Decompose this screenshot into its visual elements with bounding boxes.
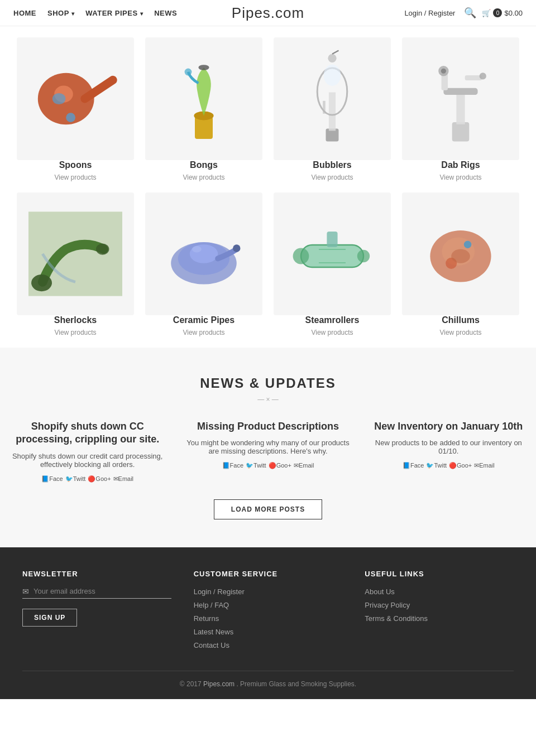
facebook-share-1[interactable]: 📘Face <box>41 475 63 483</box>
bubblers-name: Bubblers <box>274 160 391 170</box>
useful-links-list: About Us Privacy Policy Terms & Conditio… <box>365 587 514 623</box>
signup-button[interactable]: SIGN UP <box>22 609 77 627</box>
news-title: NEWS & UPDATES <box>6 375 530 391</box>
email-input[interactable] <box>34 587 171 595</box>
ul-privacy-link[interactable]: Privacy Policy <box>365 601 410 609</box>
product-card-sherlocks: Sherlocks View products <box>17 192 134 336</box>
google-share-2[interactable]: 🔴Goo+ <box>269 462 291 469</box>
dab-rigs-name: Dab Rigs <box>402 160 519 170</box>
nav-login-register[interactable]: Login / Register <box>404 9 455 17</box>
ceramic-image[interactable] <box>145 192 262 315</box>
site-logo[interactable]: Pipes.com <box>232 4 304 22</box>
svg-point-2 <box>52 93 66 104</box>
nav-water-pipes[interactable]: WATER PIPES ▾ <box>85 9 143 17</box>
list-item: Help / FAQ <box>194 600 343 609</box>
copyright-text: . Premium Glass and Smoking Supplies. <box>236 680 356 688</box>
dab-rigs-view-link[interactable]: View products <box>439 174 481 181</box>
bubblers-view-link[interactable]: View products <box>311 174 353 181</box>
nav-icons: 🔍 🛒 0 $0.00 <box>464 7 523 19</box>
svg-point-11 <box>324 65 341 86</box>
news-article-2-excerpt: You might be wondering why many of our p… <box>186 439 350 455</box>
spoons-name: Spoons <box>17 160 134 170</box>
sherlocks-view-link[interactable]: View products <box>54 329 96 336</box>
cart-badge: 0 <box>493 8 502 17</box>
news-article-1-social: 📘Face 🐦Twitt 🔴Goo+ ✉Email <box>6 475 169 483</box>
bongs-image[interactable] <box>145 37 262 160</box>
footer-useful-links: USEFUL LINKS About Us Privacy Policy Ter… <box>365 570 514 654</box>
news-article-3-social: 📘Face 🐦Twitt 🔴Goo+ ✉Email <box>367 462 530 469</box>
bongs-view-link[interactable]: View products <box>183 174 224 181</box>
svg-line-13 <box>332 51 338 54</box>
cart-button[interactable]: 🛒 0 $0.00 <box>482 8 523 17</box>
sherlocks-image[interactable] <box>17 192 134 315</box>
product-card-ceramic: Ceramic Pipes View products <box>145 192 262 336</box>
news-article-1: Shopify shuts down CC processing, crippl… <box>6 420 169 483</box>
footer-newsletter: NEWSLETTER ✉ SIGN UP <box>22 570 171 654</box>
google-share-3[interactable]: 🔴Goo+ <box>449 462 472 469</box>
svg-point-22 <box>480 73 486 79</box>
spoons-view-link[interactable]: View products <box>54 174 96 181</box>
steamrollers-image[interactable] <box>274 192 391 315</box>
main-content: Spoons View products Bongs View products <box>0 26 536 348</box>
bubblers-image[interactable] <box>274 37 391 160</box>
load-more-wrap: LOAD MORE POSTS <box>6 499 530 519</box>
chillums-name: Chillums <box>402 315 519 325</box>
news-article-2-social: 📘Face 🐦Twitt 🔴Goo+ ✉Email <box>186 462 350 469</box>
product-card-dab-rigs: Dab Rigs View products <box>402 37 519 181</box>
search-icon[interactable]: 🔍 <box>464 7 476 19</box>
nav-right: Login / Register 🔍 🛒 0 $0.00 <box>404 7 523 19</box>
product-card-steamrollers: Steamrollers View products <box>274 192 391 336</box>
copyright-year: © 2017 <box>180 680 202 688</box>
svg-point-25 <box>96 244 109 255</box>
footer: NEWSLETTER ✉ SIGN UP CUSTOMER SERVICE Lo… <box>0 547 536 699</box>
list-item: About Us <box>365 587 514 596</box>
nav-shop[interactable]: SHOP ▾ <box>47 9 74 17</box>
email-share-1[interactable]: ✉Email <box>113 475 134 483</box>
copyright-site-link[interactable]: Pipes.com <box>203 680 234 688</box>
ul-about-link[interactable]: About Us <box>365 588 394 596</box>
product-card-chillums: Chillums View products <box>402 192 519 336</box>
twitter-share-1[interactable]: 🐦Twitt <box>65 475 86 483</box>
news-article-3-title: New Inventory on January 10th <box>367 420 530 433</box>
svg-rect-14 <box>323 101 326 114</box>
facebook-share-3[interactable]: 📘Face <box>403 462 424 469</box>
load-more-button[interactable]: LOAD MORE POSTS <box>214 499 322 519</box>
cs-returns-link[interactable]: Returns <box>194 614 219 623</box>
shop-dropdown-arrow: ▾ <box>71 11 75 17</box>
customer-service-title: CUSTOMER SERVICE <box>194 570 343 578</box>
nav-news[interactable]: NEWS <box>154 9 177 17</box>
dab-rigs-image[interactable] <box>402 37 519 160</box>
svg-point-29 <box>233 244 240 252</box>
cs-contact-link[interactable]: Contact Us <box>194 641 229 649</box>
cs-login-link[interactable]: Login / Register <box>194 588 245 596</box>
email-icon: ✉ <box>22 587 29 596</box>
svg-point-42 <box>451 249 470 263</box>
google-share-1[interactable]: 🔴Goo+ <box>88 475 111 483</box>
ul-terms-link[interactable]: Terms & Conditions <box>365 614 428 623</box>
facebook-share-2[interactable]: 📘Face <box>222 462 243 469</box>
cart-icon: 🛒 <box>482 9 491 17</box>
email-share-2[interactable]: ✉Email <box>294 462 314 469</box>
nav-home[interactable]: HOME <box>13 9 36 17</box>
spoons-image[interactable] <box>17 37 134 160</box>
cs-news-link[interactable]: Latest News <box>194 628 234 636</box>
email-share-3[interactable]: ✉Email <box>474 462 495 469</box>
ceramic-view-link[interactable]: View products <box>183 329 224 336</box>
chillums-view-link[interactable]: View products <box>439 329 481 336</box>
chillums-image[interactable] <box>402 192 519 315</box>
svg-point-20 <box>441 69 446 74</box>
news-divider: — × — <box>6 396 530 403</box>
twitter-share-2[interactable]: 🐦Twitt <box>246 462 266 469</box>
cs-faq-link[interactable]: Help / FAQ <box>194 601 229 609</box>
nav-left: HOME SHOP ▾ WATER PIPES ▾ NEWS <box>13 9 177 17</box>
svg-rect-21 <box>465 75 482 80</box>
news-article-2-title: Missing Product Descriptions <box>186 420 350 433</box>
list-item: Terms & Conditions <box>365 614 514 623</box>
email-input-wrap: ✉ <box>22 587 171 599</box>
svg-point-24 <box>31 275 52 291</box>
news-article-1-excerpt: Shopify shuts down our credit card proce… <box>6 452 169 469</box>
product-card-bubblers: Bubblers View products <box>274 37 391 181</box>
steamrollers-view-link[interactable]: View products <box>311 329 353 336</box>
twitter-share-3[interactable]: 🐦Twitt <box>426 462 447 469</box>
news-article-2: Missing Product Descriptions You might b… <box>186 420 350 483</box>
